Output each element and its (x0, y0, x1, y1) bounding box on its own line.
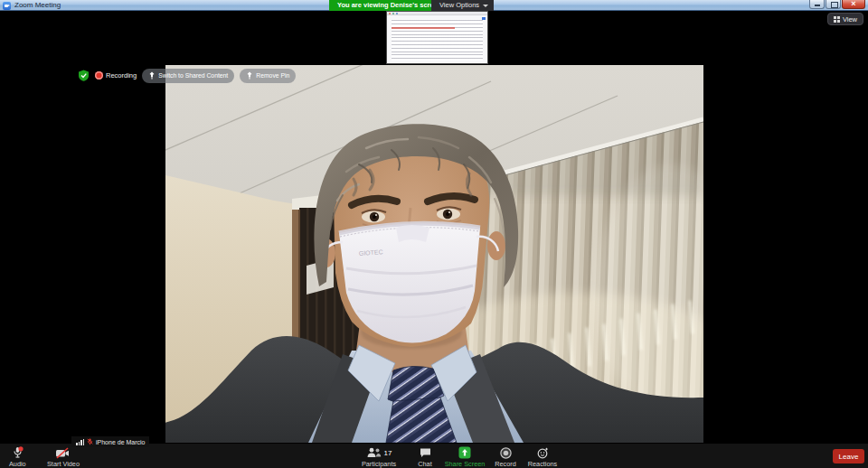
window-title: Zoom Meeting (14, 1, 61, 10)
thumbnail-blue-mark (482, 17, 486, 20)
signal-bars-icon (76, 439, 84, 445)
video-scene: GIOTEC (165, 65, 703, 443)
pinned-video-tile: GIOTEC (165, 65, 703, 443)
participants-label: Participants (362, 460, 396, 468)
reactions-label: Reactions (528, 460, 557, 468)
record-button[interactable]: Record (491, 446, 520, 468)
share-screen-icon (458, 446, 471, 459)
minimize-button[interactable] (809, 0, 825, 9)
view-layout-label: View (843, 15, 857, 23)
participant-name: iPhone de Marcio (96, 439, 145, 445)
leave-button[interactable]: Leave (833, 449, 864, 463)
chat-button[interactable]: Chat (411, 446, 439, 468)
recording-dot-icon (95, 71, 103, 80)
chat-label: Chat (418, 460, 431, 468)
pin-icon (246, 71, 253, 80)
recording-indicator: Recording (95, 71, 137, 80)
chat-bubble-icon (420, 447, 431, 458)
camera-icon (55, 447, 71, 459)
participant-name-tag: iPhone de Marcio (71, 436, 149, 447)
reactions-button[interactable]: Reactions (524, 446, 561, 468)
close-button[interactable] (842, 0, 865, 9)
participants-count: 17 (384, 449, 392, 457)
thumbnail-document-text (392, 19, 483, 61)
reactions-smiley-icon (537, 447, 549, 459)
participants-button[interactable]: 17 Participants (354, 446, 403, 468)
meeting-toolbar: Audio Start Video 17 Participants (0, 444, 868, 468)
pin-icon (148, 71, 156, 80)
remove-pin-button[interactable]: Remove Pin (240, 69, 296, 83)
microphone-icon (12, 446, 24, 459)
audio-button[interactable]: Audio (9, 446, 26, 468)
participants-icon (366, 447, 382, 458)
shared-screen-thumbnail[interactable] (386, 11, 488, 64)
share-screen-label: Share Screen (445, 460, 486, 468)
audio-label: Audio (9, 460, 26, 468)
start-video-button[interactable]: Start Video (47, 446, 80, 468)
view-layout-button[interactable]: View (827, 13, 863, 25)
record-label: Record (495, 460, 516, 468)
grid-icon (834, 16, 840, 23)
start-video-label: Start Video (47, 460, 80, 468)
maximize-button[interactable] (826, 0, 841, 9)
remove-pin-label: Remove Pin (256, 72, 289, 79)
thumbnail-red-text (392, 27, 455, 29)
muted-mic-icon (87, 438, 93, 445)
thumbnail-toolbar (387, 12, 487, 15)
record-icon (500, 447, 512, 459)
view-options-dropdown[interactable]: View Options (431, 0, 494, 11)
recording-label: Recording (106, 71, 137, 80)
security-shield-icon[interactable] (78, 70, 90, 81)
switch-to-shared-content-button[interactable]: Switch to Shared Content (142, 69, 234, 83)
zoom-app-icon (3, 2, 11, 10)
share-screen-button[interactable]: Share Screen (443, 446, 486, 468)
switch-to-shared-label: Switch to Shared Content (158, 72, 228, 79)
